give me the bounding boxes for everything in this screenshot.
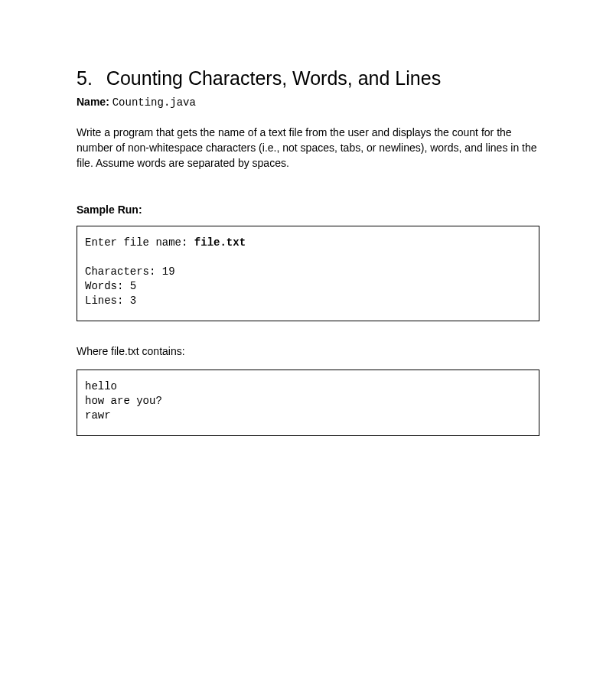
name-value: Counting.java — [112, 96, 196, 109]
sample-run-box: Enter file name: file.txt Characters: 19… — [77, 226, 539, 321]
section-title: Counting Characters, Words, and Lines — [106, 65, 441, 92]
sample-run-input: file.txt — [194, 236, 246, 249]
sample-run-label: Sample Run: — [77, 203, 539, 218]
file-line2: how are you? — [85, 395, 162, 407]
name-label: Name: — [77, 96, 109, 108]
sample-run-prompt: Enter file name: — [85, 236, 194, 249]
problem-description: Write a program that gets the name of a … — [77, 125, 539, 171]
file-note: Where file.txt contains: — [77, 344, 539, 360]
section-heading: 5. Counting Characters, Words, and Lines — [77, 65, 539, 92]
sample-run-line1: Characters: 19 — [85, 265, 175, 278]
file-line1: hello — [85, 380, 117, 392]
file-line3: rawr — [85, 409, 111, 422]
file-contents-box: hello how are you? rawr — [77, 370, 539, 436]
sample-run-line3: Lines: 3 — [85, 295, 136, 307]
sample-run-line2: Words: 5 — [85, 280, 136, 292]
section-number: 5. — [77, 65, 93, 92]
name-line: Name: Counting.java — [77, 95, 539, 111]
